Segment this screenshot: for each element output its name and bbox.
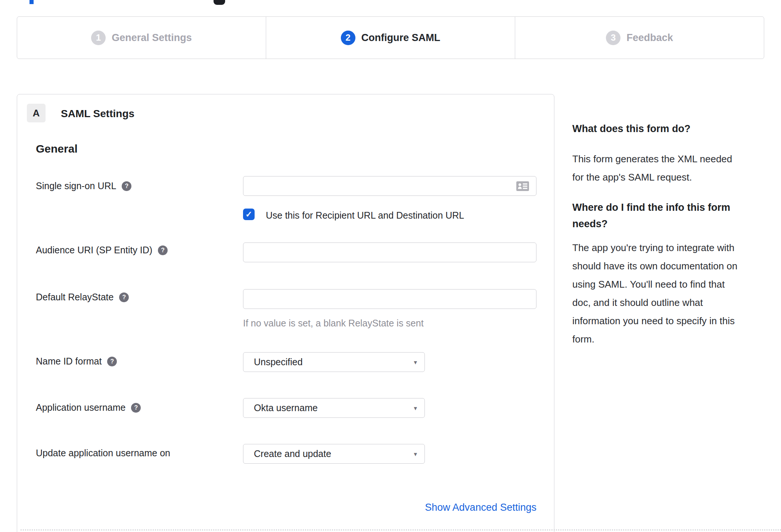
help-icon[interactable]: ? bbox=[158, 245, 168, 255]
sidebar-paragraph-where: The app you're trying to integrate with … bbox=[572, 239, 737, 348]
name-id-format-select[interactable]: Unspecified ▾ bbox=[243, 352, 425, 372]
step-feedback[interactable]: 3 Feedback bbox=[515, 17, 764, 59]
audience-uri-input[interactable] bbox=[243, 242, 536, 262]
bottom-dotted-divider bbox=[21, 529, 781, 531]
contact-card-icon[interactable] bbox=[516, 181, 529, 191]
field-label-text: Application username bbox=[36, 402, 125, 413]
checkmark-icon: ✓ bbox=[245, 210, 252, 219]
sidebar-heading-what: What does this form do? bbox=[572, 123, 691, 135]
general-subsection-title: General bbox=[36, 143, 78, 155]
sidebar-heading-where: Where do I find the info this form needs… bbox=[572, 199, 730, 232]
single-sign-on-url-label: Single sign-on URL ? bbox=[36, 181, 131, 191]
step-number-badge: 3 bbox=[606, 31, 620, 45]
select-value: Okta username bbox=[254, 403, 318, 413]
application-username-select[interactable]: Okta username ▾ bbox=[243, 398, 425, 418]
audience-uri-label: Audience URI (SP Entity ID) ? bbox=[36, 245, 168, 256]
step-configure-saml[interactable]: 2 Configure SAML bbox=[266, 17, 515, 59]
chevron-down-icon: ▾ bbox=[414, 404, 417, 412]
field-label-text: Audience URI (SP Entity ID) bbox=[36, 245, 152, 256]
default-relaystate-label: Default RelayState ? bbox=[36, 292, 129, 303]
step-number-badge: 1 bbox=[91, 31, 106, 45]
update-application-username-label: Update application username on bbox=[36, 448, 170, 459]
select-value: Unspecified bbox=[254, 357, 303, 367]
chevron-down-icon: ▾ bbox=[414, 358, 417, 366]
name-id-format-label: Name ID format ? bbox=[36, 356, 117, 367]
sidebar-paragraph-what: This form generates the XML needed for t… bbox=[572, 150, 732, 187]
update-application-username-select[interactable]: Create and update ▾ bbox=[243, 444, 425, 464]
field-label-text: Single sign-on URL bbox=[36, 181, 116, 191]
application-username-label: Application username ? bbox=[36, 402, 141, 413]
step-number-badge: 2 bbox=[341, 31, 355, 45]
relaystate-hint-text: If no value is set, a blank RelayState i… bbox=[243, 318, 424, 329]
single-sign-on-url-input[interactable] bbox=[243, 176, 536, 196]
field-label-text: Default RelayState bbox=[36, 292, 113, 303]
help-icon[interactable]: ? bbox=[131, 403, 141, 413]
show-advanced-settings-link[interactable]: Show Advanced Settings bbox=[243, 502, 536, 513]
section-badge-a: A bbox=[27, 104, 46, 122]
step-label: Feedback bbox=[626, 32, 673, 44]
cropped-logo-artifact bbox=[29, 0, 34, 4]
step-label: Configure SAML bbox=[361, 32, 440, 44]
step-general-settings[interactable]: 1 General Settings bbox=[17, 17, 266, 59]
help-icon[interactable]: ? bbox=[107, 357, 117, 366]
help-icon[interactable]: ? bbox=[122, 181, 131, 191]
recipient-url-checkbox[interactable]: ✓ bbox=[243, 209, 255, 220]
recipient-url-checkbox-label[interactable]: Use this for Recipient URL and Destinati… bbox=[266, 210, 464, 221]
wizard-stepper: 1 General Settings 2 Configure SAML 3 Fe… bbox=[17, 16, 764, 59]
field-label-text: Name ID format bbox=[36, 356, 102, 367]
step-label: General Settings bbox=[112, 32, 192, 44]
chevron-down-icon: ▾ bbox=[414, 450, 417, 458]
select-value: Create and update bbox=[254, 448, 331, 459]
cropped-header-icon-artifact bbox=[214, 0, 225, 5]
help-icon[interactable]: ? bbox=[119, 292, 129, 302]
section-title: SAML Settings bbox=[61, 108, 134, 120]
saml-settings-panel bbox=[17, 94, 554, 532]
field-label-text: Update application username on bbox=[36, 448, 170, 459]
default-relaystate-input[interactable] bbox=[243, 289, 536, 309]
